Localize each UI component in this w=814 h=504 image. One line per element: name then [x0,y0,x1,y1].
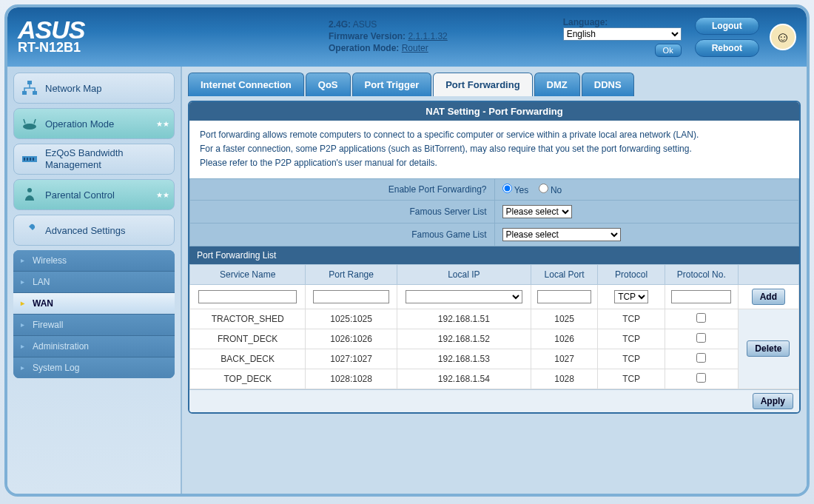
svg-rect-1 [22,91,27,95]
subnav-administration[interactable]: Administration [13,336,175,357]
port-forwarding-table: Service Name Port Range Local IP Local P… [189,264,799,389]
network-map-icon [20,78,39,98]
settings-table: Enable Port Forwarding? Yes No Famous Se… [189,178,799,246]
tab-internet-connection[interactable]: Internet Connection [188,73,304,96]
mascot-icon: ☺ [770,24,796,50]
port-range-input[interactable] [313,290,389,303]
tools-icon [20,221,39,240]
enable-yes-radio[interactable]: Yes [502,185,529,195]
svg-rect-8 [33,158,34,161]
sidebar-label: Network Map [45,83,102,94]
protocol-no-input[interactable] [671,290,731,303]
parental-icon [20,185,39,204]
row-select-checkbox[interactable] [696,333,706,343]
svg-rect-0 [27,81,32,84]
bandwidth-icon [20,149,39,169]
table-header-row: Service Name Port Range Local IP Local P… [190,264,799,284]
table-row: TOP_DECK1028:1028192.168.1.541028TCP [190,369,799,389]
svg-rect-2 [33,91,37,95]
reboot-button[interactable]: Reboot [695,39,759,57]
logo-area: ASUS RT-N12B1 [18,19,181,56]
tab-port-trigger[interactable]: Port Trigger [352,73,432,96]
tab-port-forwarding[interactable]: Port Forwarding [433,73,532,96]
subnav-systemlog[interactable]: System Log [13,357,175,378]
sidebar-item-parental[interactable]: Parental Control ★★ [13,179,175,210]
opmode-label: Operation Mode: [329,43,399,53]
table-row: TRACTOR_SHED1025:1025192.168.1.511025TCP… [190,309,799,329]
subnav-lan[interactable]: LAN [13,272,175,293]
router-icon [20,114,39,133]
tab-qos[interactable]: QoS [306,73,351,96]
stars-icon: ★★ [156,191,169,199]
lang-ok-button[interactable]: Ok [655,44,682,57]
sidebar-item-ezqos[interactable]: EzQoS Bandwidth Management [13,144,175,175]
sub-nav: Wireless LAN WAN Firewall Administration… [13,250,175,378]
list-header: Port Forwarding List [189,246,799,264]
row-select-checkbox[interactable] [696,353,706,363]
sidebar-label: Advanced Settings [45,225,125,236]
fw-link[interactable]: 2.1.1.1.32 [408,31,447,41]
ssid-value: ASUS [353,19,377,30]
table-row: BACK_DECK1027:1027192.168.1.531027TCP [190,349,799,369]
apply-button[interactable]: Apply [753,393,793,409]
ssid-label: 2.4G: [329,19,351,30]
table-input-row: TCP Add [190,284,799,309]
page-title: NAT Setting - Port Forwarding [189,102,799,121]
game-list-label: Famous Game List [190,223,495,246]
sidebar-label: Operation Mode [45,118,114,130]
stars-icon: ★★ [156,120,169,128]
sidebar-label: EzQoS Bandwidth Management [45,147,168,170]
tab-ddns[interactable]: DDNS [582,73,634,96]
model-label: RT-N12B1 [18,40,181,56]
sidebar-item-operation-mode[interactable]: Operation Mode ★★ [13,108,175,139]
language-area: Language: English Ok [563,17,682,57]
protocol-select[interactable]: TCP [614,290,648,303]
language-select[interactable]: English [563,27,682,41]
table-row: FRONT_DECK1026:1026192.168.1.521026TCP [190,329,799,349]
svg-point-9 [27,188,32,192]
opmode-link[interactable]: Router [402,43,428,53]
logout-button[interactable]: Logout [695,17,759,35]
svg-point-3 [23,124,36,130]
sidebar-label: Parental Control [45,189,115,201]
sidebar-item-network-map[interactable]: Network Map [13,73,175,104]
row-select-checkbox[interactable] [696,313,706,323]
tab-dmz[interactable]: DMZ [534,73,580,96]
service-name-input[interactable] [198,290,297,303]
add-button[interactable]: Add [752,289,785,305]
enable-label: Enable Port Forwarding? [190,178,495,200]
brand-logo: ASUS [18,19,181,41]
page-description: Port forwarding allows remote computers … [189,121,799,178]
tab-bar: Internet Connection QoS Port Trigger Por… [188,73,801,96]
subnav-wan[interactable]: WAN [13,293,175,315]
fw-label: Firmware Version: [329,31,406,41]
delete-button[interactable]: Delete [747,340,790,357]
subnav-wireless[interactable]: Wireless [13,250,175,272]
enable-no-radio[interactable]: No [539,185,562,195]
main-panel: Internet Connection QoS Port Trigger Por… [181,67,807,494]
local-port-input[interactable] [537,290,591,303]
sidebar: Network Map Operation Mode ★★ EzQoS Band… [7,67,181,494]
subnav-firewall[interactable]: Firewall [13,315,175,336]
top-bar: ASUS RT-N12B1 2.4G: ASUS Firmware Versio… [7,7,807,67]
sidebar-item-advanced[interactable]: Advanced Settings [13,215,175,246]
svg-rect-5 [24,158,25,161]
header-info: 2.4G: ASUS Firmware Version: 2.1.1.1.32 … [329,19,563,55]
svg-rect-6 [27,158,28,161]
svg-rect-7 [30,158,31,161]
row-select-checkbox[interactable] [696,373,706,383]
server-list-label: Famous Server List [190,200,495,223]
local-ip-select[interactable] [406,290,522,303]
server-list-select[interactable]: Please select [502,205,572,218]
content-box: NAT Setting - Port Forwarding Port forwa… [188,101,801,414]
game-list-select[interactable]: Please select [502,228,621,241]
language-label: Language: [563,17,682,27]
